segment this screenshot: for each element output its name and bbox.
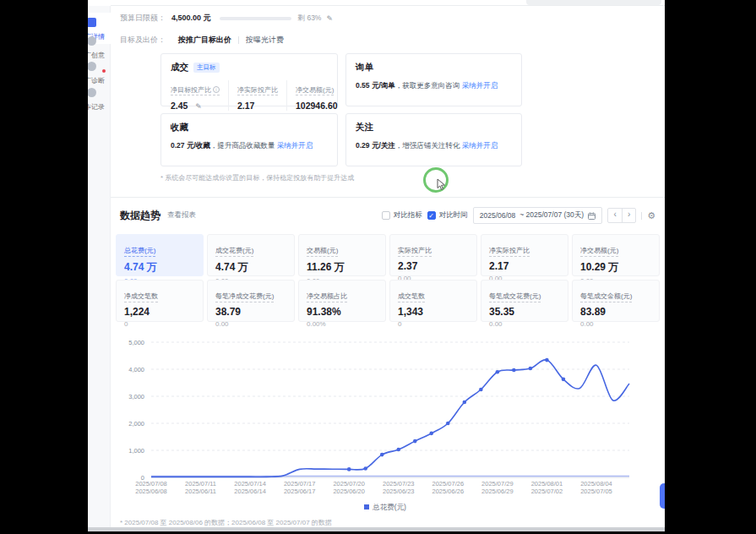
trend-metric-card[interactable]: 净交易额占比91.38%0.00%: [298, 280, 386, 322]
data-point-marker[interactable]: [347, 467, 351, 471]
info-icon[interactable]: i: [213, 86, 220, 93]
date-range-picker[interactable]: 2025/06/08 ~ 2025/07/07 (30天): [473, 207, 602, 224]
data-point-marker[interactable]: [413, 439, 417, 444]
sidebar-item-history[interactable]: 操作记录: [88, 85, 111, 112]
trend-metric-card[interactable]: 每笔净成交花费(元)38.790.00: [207, 280, 295, 322]
notification-dot: [102, 69, 106, 73]
sidebar-item-creative[interactable]: 推广创意: [88, 34, 111, 60]
adopt-enable-link[interactable]: 采纳并开启: [462, 141, 498, 150]
data-point-marker[interactable]: [545, 358, 549, 362]
data-point-marker[interactable]: [562, 378, 566, 382]
primary-goal-badge: 主目标: [193, 63, 220, 73]
metric-card-label: 净交易额占比: [307, 292, 347, 302]
data-point-marker[interactable]: [380, 453, 384, 457]
x-axis-tick-label: 2025/06/23: [383, 488, 415, 495]
legend-label: 总花费(元): [373, 503, 406, 511]
metric-card-compare-value: 0: [398, 320, 469, 328]
metric-value: 102946.60: [296, 101, 338, 111]
edit-roi-icon[interactable]: ✎: [195, 102, 202, 111]
trend-metric-card[interactable]: 成交花费(元)4.74 万0.00: [207, 234, 295, 276]
metric-card-value: 1,343: [398, 306, 469, 318]
edit-budget-icon[interactable]: ✎: [326, 14, 333, 23]
goal-card-title: 关注: [356, 122, 373, 134]
metric-label: 净交易额(元): [296, 86, 334, 95]
data-point-marker[interactable]: [496, 370, 500, 374]
metric-card-label: 交易额(元): [307, 246, 338, 257]
trend-metric-card[interactable]: 每笔成交金额(元)83.890.00: [572, 280, 660, 322]
view-report-link[interactable]: 查看报表: [167, 210, 196, 221]
prev-period-button[interactable]: ‹: [608, 209, 622, 222]
history-icon: [88, 88, 96, 97]
x-axis-tick-label: 2025/07/17: [284, 480, 316, 488]
metric-card-value: 2.17: [489, 260, 560, 272]
budget-row: 预算日限额： 4,500.00 元 剩 63% ✎: [120, 13, 665, 24]
next-period-button[interactable]: ›: [622, 209, 635, 222]
trend-metric-card[interactable]: 净成交笔数1,2240: [116, 280, 204, 322]
gear-icon[interactable]: ⚙: [647, 210, 655, 221]
data-point-marker[interactable]: [446, 422, 450, 426]
data-point-marker[interactable]: [529, 367, 533, 371]
y-axis-tick-label: 5,000: [128, 339, 144, 346]
y-axis-tick-label: 2,000: [128, 420, 144, 428]
x-axis-tick-label: 2025/07/11: [185, 480, 216, 488]
legend-swatch: [364, 504, 369, 509]
metric-card-value: 1,224: [124, 306, 195, 318]
checkbox-checked-icon[interactable]: ✓: [427, 211, 436, 220]
trend-metric-card[interactable]: 每笔成交花费(元)35.350.00: [481, 280, 568, 322]
trend-metric-card[interactable]: 交易额(元)11.26 万0.00: [298, 234, 386, 276]
top-divider: [111, 0, 665, 6]
budget-progress-bar: [220, 17, 291, 20]
trend-metric-card[interactable]: 净交易额(元)10.29 万0.00: [572, 234, 660, 276]
date-pager: ‹ ›: [607, 208, 636, 223]
metric-card-value: 11.26 万: [307, 260, 378, 275]
adopt-enable-link[interactable]: 采纳并开启: [462, 81, 498, 90]
compare-time-checkbox[interactable]: ✓ 对比时间: [427, 210, 468, 221]
metric-card-compare-value: 0.00%: [307, 320, 378, 328]
date-end: ~ 2025/07/07 (30天): [519, 210, 584, 221]
metric-card-value: 10.29 万: [580, 260, 651, 275]
x-axis-tick-label: 2025/07/14: [234, 480, 266, 488]
x-axis-tick-label: 2025/06/17: [284, 488, 316, 495]
metric-card-compare-value: 0.00: [580, 320, 651, 328]
trend-chart: 01,0002,0003,0004,0005,0002025/07/082025…: [116, 335, 665, 498]
detail-icon: [88, 18, 96, 27]
data-point-marker[interactable]: [396, 448, 400, 452]
y-axis-tick-label: 3,000: [128, 393, 144, 400]
chrome-pill: [526, 0, 661, 5]
deal-metric-target-roi: 净目标投产比i 2.45 ✎: [171, 80, 228, 111]
metric-card-label: 净交易额(元): [580, 246, 618, 257]
compare-metric-checkbox[interactable]: 对比指标: [382, 210, 422, 221]
sidebar-item-diagnose[interactable]: 推广诊断: [88, 59, 111, 85]
goal-footnote: * 系统会尽可能达成你设置的目标，保持稳定投放有助于提升达成: [160, 173, 665, 183]
section-divider: [111, 197, 665, 198]
data-point-marker[interactable]: [512, 368, 516, 373]
metric-card-value: 38.79: [215, 306, 286, 318]
x-axis-tick-label: 2025/06/08: [135, 488, 167, 495]
bidding-tabs: 按推广目标出价 按曝光计费: [171, 35, 291, 46]
metric-value: 2.45 ✎: [171, 101, 220, 111]
trend-metric-card[interactable]: 实际投产比2.370.00: [389, 234, 477, 276]
data-point-marker[interactable]: [429, 432, 433, 436]
checkbox-unchecked-icon[interactable]: [382, 211, 390, 220]
goal-card-title: 成交: [171, 62, 188, 74]
tab-bid-by-goal[interactable]: 按推广目标出价: [171, 35, 238, 46]
goal-card-desc: 0.55 元/询单，获取更多意向咨询 采纳并开启: [356, 81, 512, 91]
tab-bid-by-impression[interactable]: 按曝光计费: [239, 35, 291, 46]
metric-card-value: 2.37: [398, 260, 469, 272]
data-point-marker[interactable]: [463, 400, 467, 405]
trend-metric-card[interactable]: 净实际投产比2.170.00: [481, 234, 568, 276]
x-axis-tick-label: 2025/07/26: [432, 480, 465, 488]
adopt-enable-link[interactable]: 采纳并开启: [277, 141, 313, 150]
trend-metric-card[interactable]: 总花费(元)4.74 万0.00: [116, 234, 204, 276]
chart-footnote-1: * 2025/07/08 至 2025/08/06 的数据；2025/06/08…: [120, 518, 665, 527]
data-point-marker[interactable]: [479, 388, 483, 392]
goal-card-desc: 0.27 元/收藏，提升商品收藏数量 采纳并开启: [171, 141, 328, 151]
side-fab-button[interactable]: [660, 483, 665, 509]
x-axis-tick-label: 2025/07/08: [135, 480, 167, 488]
chart-legend: 总花费(元): [111, 503, 660, 513]
trend-metric-card[interactable]: 成交笔数1,3430: [389, 280, 477, 322]
main-series-line: [151, 360, 629, 477]
metric-card-label: 每笔净成交花费(元): [215, 292, 274, 302]
sidebar-item-label: 推广诊断: [88, 76, 111, 85]
data-point-marker[interactable]: [363, 466, 367, 471]
